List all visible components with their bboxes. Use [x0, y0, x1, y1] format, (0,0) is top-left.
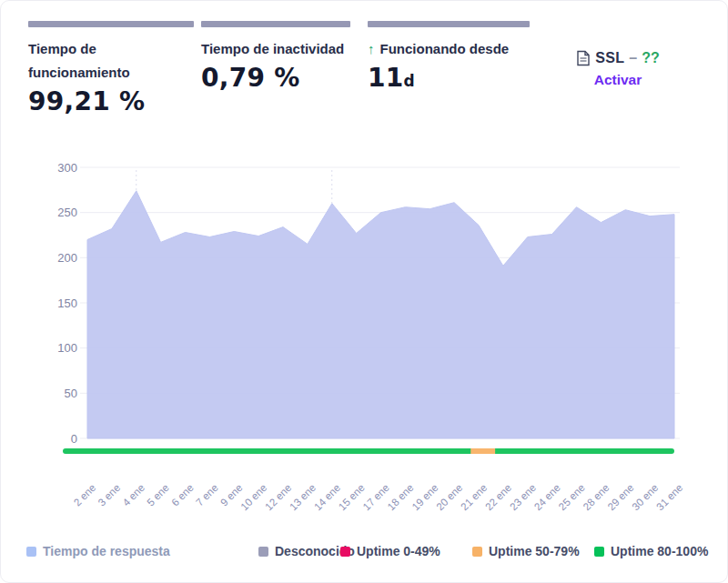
response-time-area [87, 191, 674, 438]
up-arrow-icon: ↑ [368, 41, 375, 56]
legend-swatch-uptime-50-79 [472, 547, 482, 557]
ssl-activate-link[interactable]: Activar [572, 72, 663, 88]
svg-text:50: 50 [65, 387, 77, 400]
svg-text:3 ene: 3 ene [96, 482, 122, 508]
svg-text:18 ene: 18 ene [385, 482, 415, 512]
ssl-label: SSL [595, 50, 624, 66]
svg-text:24 ene: 24 ene [532, 482, 562, 512]
svg-text:200: 200 [57, 251, 77, 265]
svg-text:150: 150 [57, 297, 77, 310]
x-axis-labels: 2 ene3 ene4 ene5 ene6 ene7 ene9 ene10 en… [72, 482, 685, 512]
uptime-value: 99,21 % [28, 86, 194, 116]
svg-text:21 ene: 21 ene [459, 482, 489, 512]
svg-text:5 ene: 5 ene [145, 482, 171, 508]
svg-text:30 ene: 30 ene [630, 482, 660, 512]
card-accent-bar [368, 21, 530, 27]
card-accent-bar [201, 21, 350, 27]
svg-text:14 ene: 14 ene [312, 482, 342, 512]
up-since-unit: d [404, 72, 415, 90]
downtime-value: 0,79 % [201, 63, 350, 93]
svg-text:2 ene: 2 ene [72, 482, 98, 508]
svg-text:25 ene: 25 ene [557, 482, 587, 512]
svg-text:19 ene: 19 ene [410, 482, 440, 512]
svg-text:250: 250 [57, 206, 77, 219]
uptime-label: Tiempo de funcionamiento [28, 37, 165, 85]
svg-text:4 ene: 4 ene [120, 482, 147, 508]
svg-text:31 ene: 31 ene [654, 482, 684, 512]
ssl-certificate-icon [576, 50, 591, 66]
svg-text:13 ene: 13 ene [288, 482, 318, 512]
response-time-chart: 0501001502002503002 ene3 ene4 ene5 ene6 … [1, 156, 727, 547]
card-accent-bar [28, 21, 194, 27]
up-since-value: 11d [368, 63, 530, 93]
legend-swatch-response-time [26, 547, 36, 557]
svg-text:23 ene: 23 ene [508, 482, 538, 512]
downtime-stat-card: Tiempo de inactividad 0,79 % [201, 21, 350, 93]
uptime-status-bar [63, 448, 674, 454]
ssl-separator: – [629, 50, 637, 66]
svg-text:10 ene: 10 ene [238, 482, 268, 512]
legend-item-uptime-0-49[interactable]: Uptime 0-49% [340, 544, 440, 558]
legend-item-response-time[interactable]: Tiempo de respuesta [26, 544, 170, 558]
svg-text:100: 100 [57, 341, 77, 355]
downtime-label: Tiempo de inactividad [201, 37, 350, 61]
up-since-label-text: Funcionando desde [380, 41, 510, 56]
svg-text:22 ene: 22 ene [483, 482, 513, 512]
uptime-stat-card: Tiempo de funcionamiento 99,21 % [28, 21, 194, 116]
legend-swatch-uptime-80-100 [594, 547, 604, 557]
chart-legend: Tiempo de respuesta Desconocido Uptime 0… [1, 544, 727, 562]
legend-item-uptime-50-79[interactable]: Uptime 50-79% [472, 544, 580, 558]
svg-text:20 ene: 20 ene [434, 482, 464, 512]
svg-text:7 ene: 7 ene [194, 482, 220, 508]
ssl-section: SSL – ?? Activar [572, 50, 663, 88]
uptime-monitor-dashboard: Tiempo de funcionamiento 99,21 % Tiempo … [0, 0, 728, 583]
svg-text:15 ene: 15 ene [337, 482, 367, 512]
legend-swatch-uptime-0-49 [340, 547, 350, 557]
legend-swatch-unknown [258, 547, 268, 557]
legend-item-uptime-80-100[interactable]: Uptime 80-100% [594, 544, 708, 558]
svg-text:28 ene: 28 ene [581, 482, 611, 512]
ssl-status: ?? [642, 50, 660, 66]
svg-text:17 ene: 17 ene [361, 482, 391, 512]
svg-text:6 ene: 6 ene [169, 482, 196, 508]
up-since-label: ↑Funcionando desde [368, 37, 530, 61]
svg-text:29 ene: 29 ene [605, 482, 635, 512]
svg-text:12 ene: 12 ene [263, 482, 293, 512]
svg-text:300: 300 [57, 161, 77, 175]
svg-text:0: 0 [71, 432, 77, 446]
up-since-stat-card: ↑Funcionando desde 11d [368, 21, 530, 93]
